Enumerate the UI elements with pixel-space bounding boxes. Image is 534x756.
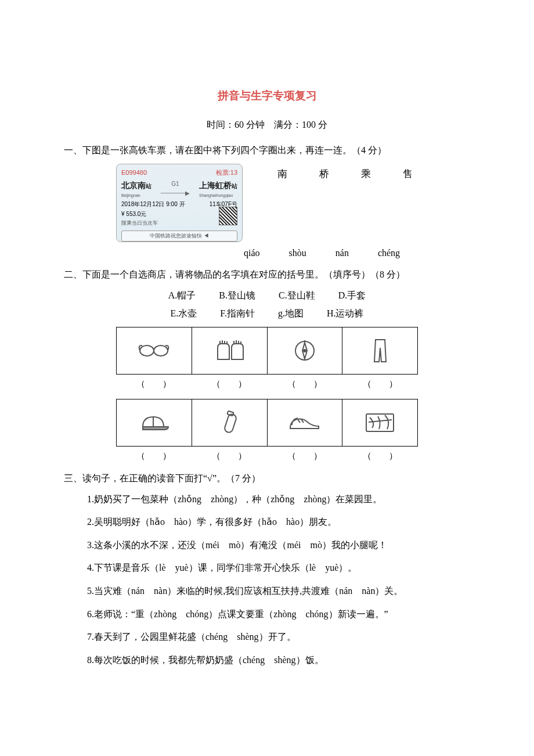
q3-item: 2.吴明聪明好（hǎo hào）学，有很多好（hǎo hào）朋友。: [87, 514, 470, 530]
q1-stem: 一、下图是一张高铁车票，请在图中将下列四个字圈出来，再连一连。（4 分）: [64, 143, 470, 158]
question-3: 三、读句子，在正确的读音下面打“√”。（7 分） 1.奶奶买了一包菜种（zhǒn…: [64, 471, 470, 667]
ticket-from: 北京南站Beijingnan: [121, 181, 151, 199]
page-title: 拼音与生字专项复习: [64, 87, 470, 105]
q2-option: F.指南针: [220, 306, 255, 321]
q2-stem: 二、下面是一个自选商店，请将物品的名字填在对应的括号里。（填序号）（8 分）: [64, 267, 470, 282]
q1-char: 乘: [361, 166, 371, 182]
ticket-check: 检票:13: [216, 168, 237, 178]
question-1: 一、下图是一张高铁车票，请在图中将下列四个字圈出来，再连一连。（4 分） E09…: [64, 143, 470, 260]
q1-characters: 南 桥 乘 售: [277, 166, 413, 182]
q3-item: 7.春天到了，公园里鲜花盛（chéng shèng）开了。: [87, 629, 470, 645]
gloves-icon: [192, 327, 267, 374]
goggles-icon: [117, 327, 192, 374]
q3-item: 8.每次吃饭的时候，我都先帮奶奶盛（chéng shèng）饭。: [87, 653, 470, 668]
q1-char: 桥: [319, 166, 329, 182]
q2-option: D.手套: [338, 288, 366, 303]
ticket-slogan: 中国铁路祝您旅途愉快 ◀: [121, 231, 237, 241]
answer-blank[interactable]: （ ）: [287, 377, 322, 391]
answer-blank[interactable]: （ ）: [212, 377, 247, 391]
q3-item: 3.这条小溪的水不深，还没（méi mò）有淹没（méi mò）我的小腿呢！: [87, 538, 470, 553]
item-compass: [268, 327, 343, 374]
q2-blanks-row-1: （ ） （ ） （ ） （ ）: [116, 377, 418, 391]
svg-point-1: [154, 345, 168, 356]
item-goggles: [117, 327, 192, 374]
q1-pinyin: chéng: [378, 246, 400, 261]
q1-pinyin: nán: [335, 246, 349, 261]
pants-icon: [342, 327, 417, 374]
cap-icon: [117, 399, 192, 446]
answer-blank[interactable]: （ ）: [363, 377, 398, 391]
answer-blank[interactable]: （ ）: [363, 449, 398, 463]
q2-options-row-2: E.水壶 F.指南针 g.地图 H.运动裤: [64, 306, 470, 321]
q2-grid-1: [116, 327, 418, 375]
answer-blank[interactable]: （ ）: [212, 449, 247, 463]
q1-char: 售: [403, 166, 413, 182]
ticket-qr-icon: [219, 207, 237, 225]
q2-option: E.水壶: [171, 306, 197, 321]
q3-item: 6.老师说：“重（zhòng chóng）点课文要重（zhòng chóng）新…: [87, 607, 470, 622]
bottle-icon: [192, 399, 267, 446]
q3-item: 1.奶奶买了一包菜种（zhǒng zhòng），种（zhǒng zhòng）在菜…: [87, 492, 470, 507]
q2-option: g.地图: [278, 306, 304, 321]
q2-option: B.登山镜: [219, 288, 255, 303]
ticket-date: 2018年12月12日 9:00: [121, 201, 178, 207]
item-bottle: [192, 399, 268, 446]
q1-char: 南: [277, 166, 287, 182]
q3-item: 4.下节课是音乐（lè yuè）课，同学们非常开心快乐（lè yuè）。: [87, 560, 470, 575]
q2-grid-2: [116, 399, 418, 447]
shoes-icon: [268, 399, 342, 446]
ticket-train-arrow: G1 ──────▶: [161, 179, 190, 198]
svg-rect-4: [223, 413, 237, 434]
q3-item: 5.当灾难（nán nàn）来临的时候,我们应该相互扶持,共渡难（nán nàn…: [87, 584, 470, 599]
item-pants: [342, 327, 417, 374]
item-shoes: [268, 399, 343, 446]
answer-blank[interactable]: （ ）: [136, 377, 171, 391]
ticket-price: ¥ 553.0元: [121, 210, 146, 219]
q2-option: C.登山鞋: [279, 288, 315, 303]
question-2: 二、下面是一个自选商店，请将物品的名字填在对应的括号里。（填序号）（8 分） A…: [64, 267, 470, 463]
train-ticket: E099480 检票:13 北京南站Beijingnan G1 ──────▶ …: [116, 164, 243, 242]
q1-pinyin: shòu: [289, 246, 306, 261]
compass-icon: [268, 327, 342, 374]
svg-point-0: [140, 345, 154, 356]
q1-pinyin: qiáo: [244, 246, 260, 261]
answer-blank[interactable]: （ ）: [136, 449, 171, 463]
q3-stem: 三、读句子，在正确的读音下面打“√”。（7 分）: [64, 471, 470, 486]
svg-point-3: [304, 350, 306, 352]
ticket-code: E099480: [121, 168, 147, 178]
ticket-to: 上海虹桥站Shanghaihongqiao: [199, 181, 237, 199]
q2-option: A.帽子: [168, 288, 196, 303]
item-map: [342, 399, 417, 446]
map-icon: [342, 399, 417, 446]
item-cap: [117, 399, 192, 446]
exam-info: 时间：60 分钟 满分：100 分: [64, 117, 470, 132]
svg-rect-5: [227, 411, 233, 416]
q2-options-row-1: A.帽子 B.登山镜 C.登山鞋 D.手套: [64, 288, 470, 303]
q2-blanks-row-2: （ ） （ ） （ ） （ ）: [116, 449, 418, 463]
q2-option: H.运动裤: [327, 306, 364, 321]
item-gloves: [192, 327, 268, 374]
q1-pinyin-row: qiáo shòu nán chéng: [64, 246, 470, 261]
answer-blank[interactable]: （ ）: [287, 449, 322, 463]
